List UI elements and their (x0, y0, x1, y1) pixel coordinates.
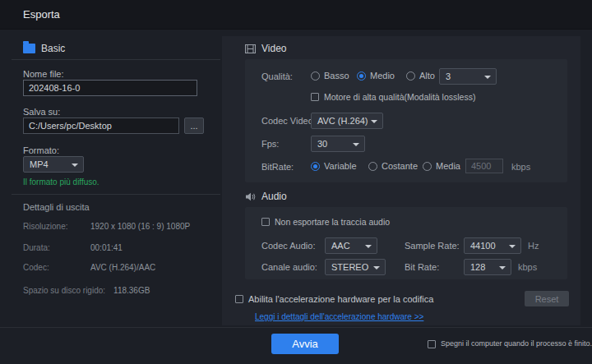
basic-section-title: Basic (41, 43, 65, 54)
audio-bitrate-value: 128 (470, 262, 485, 272)
start-button[interactable]: Avvia (271, 334, 339, 354)
lossless-engine-checkbox[interactable]: Motore di alta qualità(Modalità lossless… (311, 92, 475, 102)
divider (12, 194, 220, 195)
chevron-down-icon (499, 266, 506, 270)
audio-section-header: Audio (245, 191, 287, 202)
audio-bitrate-select[interactable]: 128 (464, 259, 511, 275)
bitrate-unit: kbps (511, 162, 530, 172)
detail-label: Codec: (23, 263, 82, 272)
audio-section-title: Audio (261, 191, 287, 202)
chevron-down-icon (365, 245, 372, 248)
sample-rate-value: 44100 (470, 241, 496, 251)
footer-divider (0, 327, 592, 328)
chevron-down-icon (484, 76, 491, 79)
divider (12, 59, 220, 60)
quality-radio-basso[interactable]: Basso (311, 71, 349, 81)
radio-label: Costante (382, 161, 418, 171)
audio-codec-select[interactable]: AAC (325, 237, 377, 254)
checkbox-icon (428, 340, 436, 348)
filename-input[interactable] (23, 80, 197, 96)
audio-bitrate-label: Bit Rate: (405, 262, 439, 272)
checkbox-label: Spegni il computer quando il processo è … (441, 339, 592, 348)
detail-row-resolution: Risoluzione: 1920 x 1080 (16 : 9) 1080P (23, 222, 190, 231)
reset-button[interactable]: Reset (525, 291, 569, 306)
audio-settings-box: Non esportare la traccia audio Codec Aud… (245, 207, 567, 279)
radio-label: Variable (324, 161, 357, 171)
speaker-icon (245, 192, 256, 201)
settings-panel: Video Qualità: Basso Medio Alto 3 (222, 36, 580, 325)
checkbox-label: Abilita l'accelerazione hardware per la … (248, 294, 433, 304)
hardware-acceleration-checkbox[interactable]: Abilita l'accelerazione hardware per la … (235, 294, 433, 304)
browse-button[interactable]: ... (184, 117, 204, 134)
audio-codec-value: AAC (331, 241, 350, 251)
sample-rate-select[interactable]: 44100 (464, 237, 521, 254)
quality-label: Qualità: (261, 71, 293, 81)
checkbox-icon (261, 218, 270, 226)
checkbox-icon (311, 93, 319, 101)
chevron-down-icon (373, 266, 380, 270)
audio-channel-select[interactable]: STEREO (325, 259, 386, 275)
checkbox-label: Non esportare la traccia audio (275, 217, 390, 227)
format-label: Formato: (23, 145, 59, 155)
chevron-down-icon (353, 143, 359, 146)
format-value: MP4 (30, 159, 49, 169)
detail-row-duration: Durata: 00:01:41 (23, 243, 123, 252)
radio-icon (406, 71, 415, 81)
titlebar: Esporta (0, 0, 592, 30)
bitrate-radio-media[interactable]: Media (423, 161, 460, 171)
radio-icon (311, 71, 320, 81)
dialog-title: Esporta (23, 0, 60, 30)
video-icon (245, 44, 256, 53)
audio-channel-value: STEREO (331, 262, 368, 272)
detail-value: 1920 x 1080 (16 : 9) 1080P (90, 222, 190, 231)
no-audio-checkbox[interactable]: Non esportare la traccia audio (261, 217, 390, 227)
save-path-input[interactable] (23, 117, 179, 134)
filename-label: Nome file: (23, 69, 64, 79)
format-hint: Il formato più diffuso. (23, 177, 99, 187)
bitrate-label: BitRate: (261, 162, 294, 172)
detail-label: Risoluzione: (23, 222, 82, 231)
hardware-details-link[interactable]: Leggi i dettagli dell'accelerazione hard… (255, 312, 423, 321)
detail-row-codec: Codec: AVC (H.264)/AAC (23, 263, 155, 272)
fps-value: 30 (317, 139, 327, 149)
chevron-down-icon (72, 164, 78, 167)
basic-section-header: Basic (23, 43, 65, 54)
quality-radio-medio[interactable]: Medio (357, 71, 395, 81)
save-path-label: Salva su: (23, 107, 60, 117)
radio-label: Basso (324, 71, 349, 81)
export-dialog: Esporta Basic Nome file: Salva su: ... F… (0, 0, 592, 364)
chevron-down-icon (371, 120, 377, 123)
radio-icon (311, 162, 320, 171)
video-section-header: Video (245, 43, 286, 54)
bitrate-radio-costante[interactable]: Costante (368, 161, 418, 171)
detail-label: Spazio su disco rigido: (23, 286, 105, 295)
sample-rate-unit: Hz (528, 241, 539, 251)
quality-radio-alto[interactable]: Alto (406, 71, 435, 81)
fps-select[interactable]: 30 (311, 136, 365, 152)
folder-icon (23, 44, 35, 53)
detail-value: 00:01:41 (90, 243, 123, 252)
chevron-down-icon (509, 245, 516, 248)
video-section-title: Video (261, 43, 286, 54)
audio-codec-label: Codec Audio: (261, 241, 315, 251)
quality-level-select[interactable]: 3 (439, 68, 497, 85)
checkbox-label: Motore di alta qualità(Modalità lossless… (324, 92, 475, 102)
video-codec-select[interactable]: AVC (H.264) (311, 113, 383, 129)
quality-level-value: 3 (446, 71, 451, 81)
video-settings-box: Qualità: Basso Medio Alto 3 Motore di al… (245, 59, 567, 182)
audio-bitrate-unit: kbps (518, 262, 537, 272)
bitrate-input[interactable] (465, 159, 503, 173)
fps-label: Fps: (261, 139, 279, 149)
radio-label: Medio (370, 71, 395, 81)
shutdown-checkbox[interactable]: Spegni il computer quando il processo è … (428, 339, 592, 348)
radio-label: Alto (419, 71, 435, 81)
radio-icon (357, 71, 366, 81)
format-select[interactable]: MP4 (23, 156, 84, 173)
detail-value: AVC (H.264)/AAC (90, 263, 155, 272)
audio-channel-label: Canale audio: (261, 262, 317, 272)
video-codec-value: AVC (H.264) (317, 116, 368, 126)
bitrate-radio-variable[interactable]: Variable (311, 161, 357, 171)
radio-icon (368, 162, 377, 171)
detail-row-disk-space: Spazio su disco rigido: 118.36GB (23, 286, 150, 295)
detail-value: 118.36GB (113, 286, 150, 295)
